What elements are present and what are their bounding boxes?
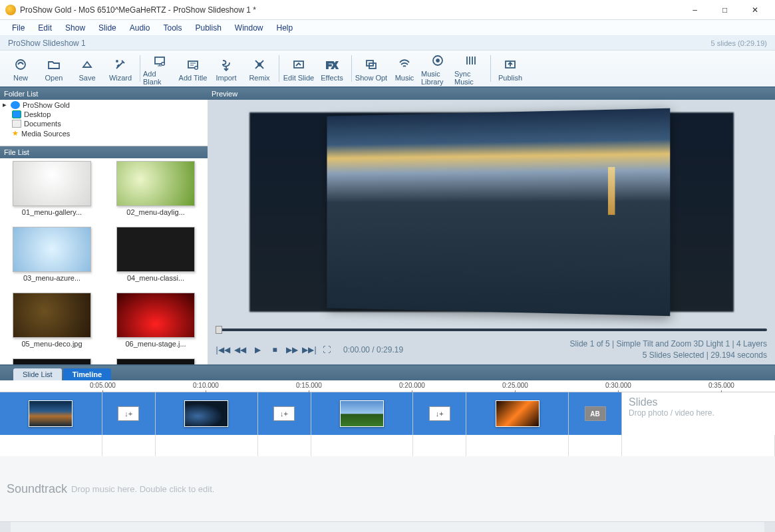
sync-icon bbox=[464, 51, 478, 70]
thumbnail-image bbox=[13, 293, 91, 338]
timeline-timing-row[interactable] bbox=[0, 435, 775, 456]
toolbar-music-library-button[interactable]: Music Library bbox=[421, 51, 454, 86]
menu-publish[interactable]: Publish bbox=[190, 21, 226, 35]
menu-tools[interactable]: Tools bbox=[158, 21, 187, 35]
star-icon: ★ bbox=[12, 129, 19, 138]
toolbar-label: Publish bbox=[498, 74, 522, 82]
maximize-button[interactable]: □ bbox=[710, 0, 740, 20]
thumbnail-label: 01_menu-gallery... bbox=[22, 208, 82, 216]
stop-button[interactable]: ■ bbox=[267, 342, 282, 357]
menu-file[interactable]: File bbox=[7, 21, 30, 35]
toolbar-label: Import bbox=[216, 74, 236, 82]
soundtrack-heading: Soundtrack bbox=[7, 482, 67, 496]
file-thumbnail[interactable]: 03_menu-azure... bbox=[3, 227, 101, 290]
menu-slide[interactable]: Slide bbox=[93, 21, 122, 35]
folder-tree[interactable]: ▸ProShow GoldDesktopDocuments★Media Sour… bbox=[0, 100, 208, 146]
rewind-button[interactable]: ◀◀ bbox=[233, 342, 247, 357]
selection-info: 5 Slides Selected | 29.194 seconds bbox=[570, 350, 767, 361]
forward-button[interactable]: ▶▶ bbox=[285, 342, 299, 357]
menu-show[interactable]: Show bbox=[60, 21, 90, 35]
file-thumbnail[interactable]: 02_menu-daylig... bbox=[106, 161, 205, 224]
toolbar-show-opt-button[interactable]: Show Opt bbox=[355, 51, 388, 86]
music-icon bbox=[398, 55, 411, 74]
thumbnail-image bbox=[116, 227, 195, 272]
scrubber-thumb[interactable] bbox=[216, 326, 222, 334]
horizontal-scrollbar[interactable] bbox=[0, 521, 775, 532]
folder-item[interactable]: Desktop bbox=[0, 110, 208, 119]
skip-start-button[interactable]: |◀◀ bbox=[216, 342, 230, 357]
folder-item[interactable]: ★Media Sources bbox=[0, 128, 208, 138]
menu-edit[interactable]: Edit bbox=[33, 21, 57, 35]
preview-header: Preview bbox=[208, 88, 775, 100]
file-list[interactable]: 01_menu-gallery...02_menu-daylig...03_me… bbox=[0, 158, 208, 364]
skip-end-button[interactable]: ▶▶| bbox=[302, 342, 317, 357]
toolbar-label: Music Library bbox=[421, 70, 454, 86]
play-button[interactable]: ▶ bbox=[250, 342, 265, 357]
time-mark: 0:25.000 bbox=[502, 382, 528, 389]
toolbar-publish-button[interactable]: Publish bbox=[494, 51, 527, 86]
toolbar-label: Edit Slide bbox=[283, 74, 314, 82]
window-title: ProShow Gold - MoS 6510^MeGaHeRTZ - ProS… bbox=[20, 5, 680, 15]
minimize-button[interactable]: – bbox=[680, 0, 710, 20]
menu-window[interactable]: Window bbox=[230, 21, 269, 35]
scrubber[interactable] bbox=[208, 325, 775, 335]
timeline-transition[interactable]: AB bbox=[569, 392, 622, 435]
fullscreen-button[interactable]: ⛶ bbox=[319, 342, 334, 357]
timeline-slide[interactable] bbox=[466, 392, 569, 435]
toolbar-wizard-button[interactable]: Wizard bbox=[104, 51, 137, 86]
app-logo-icon bbox=[5, 5, 16, 15]
time-mark: 0:05.000 bbox=[90, 382, 116, 389]
menu-help[interactable]: Help bbox=[271, 21, 299, 35]
open-icon bbox=[47, 55, 61, 74]
toolbar-label: Open bbox=[45, 74, 63, 82]
toolbar-label: Save bbox=[78, 74, 95, 82]
editslide-icon bbox=[292, 55, 305, 74]
menu-audio[interactable]: Audio bbox=[124, 21, 156, 35]
soundtrack-row[interactable]: Soundtrack Drop music here. Double click… bbox=[0, 456, 775, 521]
menubar: FileEditShowSlideAudioToolsPublishWindow… bbox=[0, 20, 775, 36]
soundtrack-hint: Drop music here. Double click to edit. bbox=[71, 484, 214, 494]
timeline-transition[interactable]: ↓+ bbox=[413, 392, 466, 435]
musiclib-icon bbox=[431, 51, 444, 70]
disp-icon bbox=[12, 110, 21, 118]
file-thumbnail[interactable]: 05_menu-deco.jpg bbox=[3, 293, 101, 356]
toolbar-add-title-button[interactable]: Add Title bbox=[176, 51, 210, 86]
tab-timeline[interactable]: Timeline bbox=[63, 368, 111, 380]
time-ruler[interactable]: 0:05.0000:10.0000:15.0000:20.0000:25.000… bbox=[0, 380, 775, 392]
time-mark: 0:10.000 bbox=[193, 382, 219, 389]
wizard-icon bbox=[114, 55, 127, 74]
file-thumbnail[interactable]: 06_menu-stage.j... bbox=[106, 293, 205, 356]
timeline-slides-row[interactable]: ↓+ ↓+ ↓+ AB Slides Drop photo / video he… bbox=[0, 392, 775, 435]
toolbar-sync-music-button[interactable]: Sync Music bbox=[454, 51, 488, 86]
toolbar-edit-slide-button[interactable]: Edit Slide bbox=[282, 51, 315, 86]
globe-icon bbox=[11, 101, 20, 109]
preview-image bbox=[327, 108, 670, 317]
timeline-transition[interactable]: ↓+ bbox=[102, 392, 156, 435]
toolbar-remix-button[interactable]: Remix bbox=[243, 51, 276, 86]
slides-dropzone[interactable]: Slides Drop photo / video here. bbox=[622, 392, 775, 435]
time-mark: 0:30.000 bbox=[605, 382, 631, 389]
folder-item[interactable]: ▸ProShow Gold bbox=[0, 100, 208, 110]
thumbnail-label: 04_menu-classi... bbox=[127, 274, 184, 282]
toolbar-add-blank-button[interactable]: Add Blank bbox=[143, 51, 176, 86]
timeline-transition[interactable]: ↓+ bbox=[258, 392, 311, 435]
folder-item[interactable]: Documents bbox=[0, 119, 208, 128]
tab-slide-list[interactable]: Slide List bbox=[13, 368, 62, 380]
toolbar-label: Effects bbox=[321, 74, 343, 82]
timeline-slide[interactable] bbox=[156, 392, 258, 435]
time-mark: 0:15.000 bbox=[296, 382, 322, 389]
toolbar-open-button[interactable]: Open bbox=[37, 51, 71, 86]
toolbar-effects-button[interactable]: FXEffects bbox=[315, 51, 349, 86]
new-icon bbox=[14, 55, 27, 74]
toolbar-import-button[interactable]: Import bbox=[210, 51, 243, 86]
toolbar-music-button[interactable]: Music bbox=[388, 51, 421, 86]
folder-list-header: Folder List bbox=[0, 88, 208, 100]
toolbar-save-button[interactable]: Save bbox=[71, 51, 104, 86]
file-thumbnail[interactable]: 01_menu-gallery... bbox=[3, 161, 101, 224]
toolbar-new-button[interactable]: New bbox=[4, 51, 37, 86]
timeline-slide[interactable] bbox=[311, 392, 414, 435]
file-thumbnail[interactable]: 04_menu-classi... bbox=[106, 227, 205, 290]
close-button[interactable]: ✕ bbox=[740, 0, 770, 20]
timeline-slide[interactable] bbox=[0, 392, 102, 435]
preview-area[interactable] bbox=[208, 100, 775, 325]
